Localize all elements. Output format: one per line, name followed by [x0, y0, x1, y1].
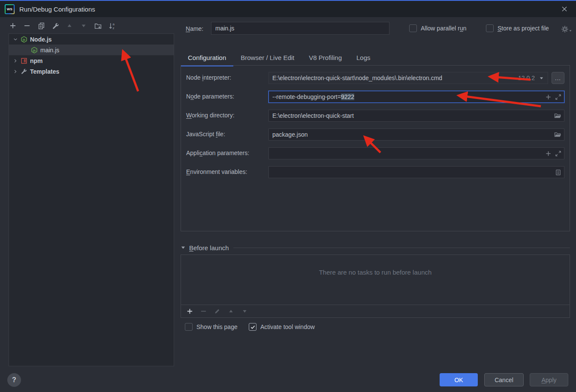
check-icon: [250, 324, 256, 330]
chevron-right-icon[interactable]: [12, 68, 19, 75]
node-parameters-row: Node parameters: --remote-debugging-port…: [181, 91, 570, 103]
before-launch-title: Before launch: [189, 244, 229, 251]
node-interpreter-value: E:\electron\electron-quick-start\node_mo…: [272, 75, 442, 81]
tree-item-label: Node.js: [30, 36, 52, 43]
titlebar: WS Run/Debug Configurations: [0, 1, 576, 17]
edit-templates-icon[interactable]: [50, 21, 60, 31]
configuration-tabs: Configuration Browser / Live Edit V8 Pro…: [181, 50, 378, 65]
chevron-right-icon[interactable]: [12, 57, 19, 64]
store-options-gear-icon[interactable]: [561, 25, 572, 33]
chevron-down-icon[interactable]: [12, 36, 19, 43]
webstorm-logo-icon: WS: [5, 4, 15, 14]
add-macro-icon[interactable]: [545, 94, 552, 100]
add-macro-icon[interactable]: [545, 150, 552, 157]
javascript-file-label: JavaScript file:: [186, 131, 225, 138]
npm-icon: [21, 57, 27, 64]
working-directory-row: Working directory: E:\electron\electron-…: [181, 110, 570, 122]
checkbox-label: Allow parallel run: [421, 25, 467, 32]
before-launch-header[interactable]: Before launch: [181, 243, 570, 252]
checkbox-label: Activate tool window: [260, 323, 315, 330]
section-divider: [233, 248, 570, 248]
move-task-down-icon[interactable]: [240, 307, 249, 316]
configurations-tree: js Node.js js main.js npm: [9, 33, 174, 366]
tab-v8-profiling[interactable]: V8 Profiling: [302, 50, 349, 65]
browse-folder-icon[interactable]: [554, 112, 561, 120]
node-interpreter-combobox[interactable]: E:\electron\electron-quick-start\node_mo…: [268, 72, 548, 84]
move-down-icon[interactable]: [78, 21, 89, 31]
tab-browser-live-edit[interactable]: Browser / Live Edit: [233, 50, 302, 65]
application-parameters-label: Application parameters:: [186, 150, 249, 156]
nodejs-icon: js: [21, 36, 27, 43]
working-directory-label: Working directory:: [186, 112, 235, 119]
browse-interpreter-button[interactable]: ...: [552, 72, 564, 84]
node-version: 12.0.2: [518, 75, 535, 81]
ok-button[interactable]: OK: [440, 373, 478, 386]
node-parameters-label: Node parameters:: [186, 93, 234, 100]
apply-button[interactable]: Apply: [530, 373, 568, 386]
sidebar-item-mainjs[interactable]: js main.js: [9, 45, 174, 55]
working-directory-input[interactable]: E:\electron\electron-quick-start: [268, 110, 564, 122]
checkbox-box[interactable]: [409, 24, 417, 32]
close-icon[interactable]: [559, 3, 570, 15]
checkbox-box[interactable]: [249, 323, 256, 331]
edit-task-icon[interactable]: [212, 307, 222, 316]
tab-configuration[interactable]: Configuration: [181, 50, 233, 65]
selected-text: 9222: [341, 93, 354, 100]
before-launch-empty-text: There are no tasks to run before launch: [181, 269, 570, 276]
sort-configurations-icon[interactable]: az: [107, 21, 117, 31]
tab-logs[interactable]: Logs: [349, 50, 378, 65]
checkbox-label: Store as project file: [498, 25, 549, 32]
tree-item-label: npm: [30, 57, 43, 64]
allow-parallel-run-checkbox[interactable]: Allow parallel run: [409, 24, 467, 32]
checkbox-box[interactable]: [486, 24, 494, 32]
application-parameters-input[interactable]: [268, 147, 564, 159]
before-launch-toolbar: [181, 305, 570, 317]
configurations-toolbar: az: [8, 21, 117, 32]
run-debug-configurations-dialog: WS Run/Debug Configurations az: [0, 0, 576, 392]
collapse-triangle-icon[interactable]: [181, 245, 186, 250]
remove-task-icon[interactable]: [199, 307, 208, 316]
show-this-page-checkbox[interactable]: Show this page: [185, 323, 238, 331]
help-button[interactable]: ?: [7, 373, 21, 387]
edit-variables-icon[interactable]: [555, 169, 561, 176]
checkbox-label: Show this page: [196, 323, 238, 330]
add-task-icon[interactable]: [185, 307, 194, 316]
environment-variables-input[interactable]: [268, 166, 564, 178]
name-input[interactable]: main.js: [211, 22, 389, 35]
svg-text:z: z: [112, 26, 114, 29]
configuration-form: Node interpreter: E:\electron\electron-q…: [181, 65, 570, 231]
new-folder-icon[interactable]: [93, 21, 103, 31]
sidebar-item-nodejs[interactable]: js Node.js: [9, 34, 174, 45]
application-parameters-row: Application parameters:: [181, 147, 570, 159]
before-launch-tasks-panel: There are no tasks to run before launch: [181, 254, 570, 318]
chevron-down-icon[interactable]: [539, 75, 544, 81]
node-interpreter-row: Node interpreter: E:\electron\electron-q…: [181, 72, 570, 84]
copy-configuration-icon[interactable]: [36, 21, 46, 31]
remove-configuration-icon[interactable]: [22, 21, 32, 31]
javascript-file-input[interactable]: package.json: [268, 129, 564, 141]
environment-variables-row: Environment variables:: [181, 166, 570, 178]
expand-field-icon[interactable]: [555, 150, 561, 157]
nodejs-icon: js: [31, 47, 38, 54]
store-as-project-file-checkbox[interactable]: Store as project file: [486, 24, 549, 32]
node-parameters-input[interactable]: --remote-debugging-port=9222: [268, 91, 564, 103]
activate-tool-window-checkbox[interactable]: Activate tool window: [249, 323, 315, 331]
environment-variables-label: Environment variables:: [186, 168, 247, 175]
cancel-button[interactable]: Cancel: [484, 373, 524, 386]
sidebar-item-npm[interactable]: npm: [9, 55, 174, 66]
window-title: Run/Debug Configurations: [19, 6, 95, 13]
sidebar-item-templates[interactable]: Templates: [9, 66, 174, 77]
tree-item-label: Templates: [30, 68, 59, 75]
javascript-file-row: JavaScript file: package.json: [181, 129, 570, 141]
svg-text:js: js: [33, 49, 36, 52]
move-up-icon[interactable]: [64, 21, 75, 31]
expand-field-icon[interactable]: [555, 94, 561, 100]
tree-item-label: main.js: [40, 47, 59, 54]
node-interpreter-label: Node interpreter:: [186, 74, 231, 81]
browse-folder-icon[interactable]: [554, 131, 561, 138]
wrench-icon: [21, 68, 27, 75]
move-task-up-icon[interactable]: [226, 307, 235, 316]
svg-text:js: js: [22, 38, 25, 42]
add-configuration-icon[interactable]: [8, 21, 18, 31]
checkbox-box[interactable]: [185, 323, 193, 331]
